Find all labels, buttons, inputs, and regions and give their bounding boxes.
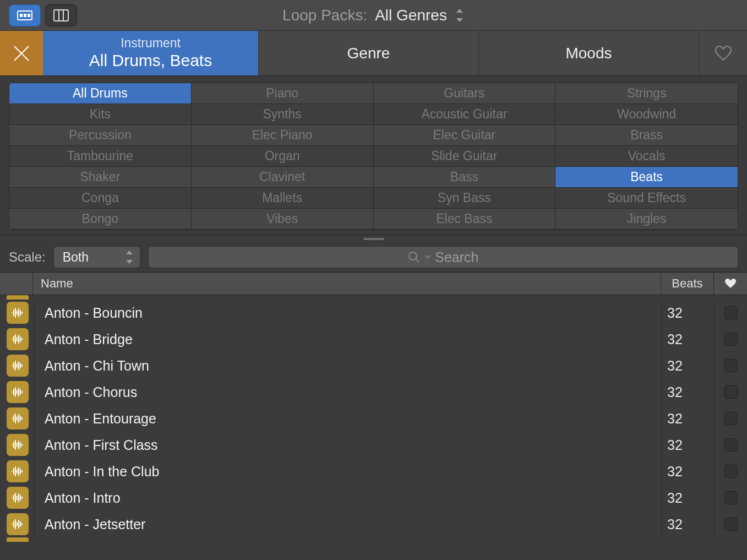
category-beats[interactable]: Beats: [555, 167, 738, 188]
favorite-toggle[interactable]: [714, 458, 747, 485]
category-jingles[interactable]: Jingles: [555, 209, 738, 230]
loop-beats: 32: [661, 485, 714, 511]
favorite-toggle[interactable]: [714, 405, 747, 432]
list-item[interactable]: Anton - Chorus32: [0, 379, 747, 405]
category-sound-effects[interactable]: Sound Effects: [555, 188, 738, 209]
loop-beats: 32: [661, 300, 714, 326]
category-strings[interactable]: Strings: [555, 83, 738, 104]
scale-dropdown[interactable]: Both: [53, 246, 140, 268]
list-item[interactable]: Anton - Chi Town32: [0, 352, 747, 379]
category-piano[interactable]: Piano: [192, 83, 374, 104]
search-input[interactable]: Search: [148, 246, 738, 268]
loop-beats: 32: [661, 405, 714, 432]
list-item[interactable]: Anton - First Class32: [0, 432, 747, 458]
tab-instrument[interactable]: Instrument All Drums, Beats: [43, 31, 259, 75]
loop-type-icon: [7, 434, 29, 456]
loop-beats: 32: [661, 458, 714, 485]
category-tambourine[interactable]: Tambourine: [9, 146, 192, 167]
category-conga[interactable]: Conga: [9, 188, 192, 209]
favorite-toggle[interactable]: [714, 511, 747, 537]
favorite-toggle[interactable]: [714, 326, 747, 352]
loop-beats: 32: [661, 379, 714, 405]
list-item[interactable]: Anton - Bridge32: [0, 326, 747, 352]
favorite-toggle[interactable]: [714, 300, 747, 326]
scale-label: Scale:: [9, 249, 46, 265]
loop-type-icon: [7, 460, 29, 482]
category-elec-bass[interactable]: Elec Bass: [374, 209, 556, 230]
loop-name: Anton - Bouncin: [34, 300, 661, 326]
favorite-toggle[interactable]: [714, 352, 747, 379]
favorite-toggle[interactable]: [714, 379, 747, 405]
svg-rect-4: [54, 10, 68, 21]
button-grid-view[interactable]: [9, 4, 41, 26]
loop-type-icon: [7, 355, 29, 377]
close-button[interactable]: [0, 31, 43, 75]
category-mallets[interactable]: Mallets: [192, 188, 374, 209]
chevron-down-icon: [425, 254, 430, 260]
loop-name: Anton - First Class: [34, 432, 661, 458]
loop-packs-dropdown[interactable]: All Genres: [375, 7, 465, 24]
category-acoustic-guitar[interactable]: Acoustic Guitar: [374, 104, 556, 125]
loop-name: Anton - Jetsetter: [34, 511, 661, 537]
search-placeholder: Search: [435, 249, 478, 265]
category-kits[interactable]: Kits: [9, 104, 192, 125]
loop-type-icon: [7, 537, 29, 542]
button-column-view[interactable]: [45, 4, 77, 26]
list-item[interactable]: Anton - Jetsetter32: [0, 511, 747, 537]
search-row: Scale: Both Search: [0, 242, 747, 272]
search-icon: [407, 251, 421, 264]
list-item[interactable]: Anton - Entourage32: [0, 405, 747, 432]
chevron-updown-icon: [124, 251, 134, 264]
favorite-toggle[interactable]: [714, 485, 747, 511]
category-all-drums[interactable]: All Drums: [9, 83, 192, 104]
category-vocals[interactable]: Vocals: [555, 146, 738, 167]
category-elec-piano[interactable]: Elec Piano: [192, 125, 374, 146]
loop-packs-selector: Loop Packs: All Genres: [0, 7, 747, 24]
list-item[interactable]: Anton - Bouncin32: [0, 300, 747, 326]
category-clavinet[interactable]: Clavinet: [192, 167, 374, 188]
category-bass[interactable]: Bass: [374, 167, 556, 188]
list-item[interactable]: Anton - In the Club32: [0, 458, 747, 485]
svg-rect-2: [24, 14, 26, 17]
list-item[interactable]: Anton - Intro32: [0, 485, 747, 511]
loop-type-icon: [7, 295, 29, 300]
loop-name: Anton - Entourage: [34, 405, 661, 432]
loop-type-icon: [7, 328, 29, 350]
category-syn-bass[interactable]: Syn Bass: [374, 188, 556, 209]
column-header-favorite[interactable]: [714, 273, 747, 295]
column-header-name[interactable]: Name: [33, 273, 661, 295]
tab-genre[interactable]: Genre: [259, 31, 479, 75]
category-organ[interactable]: Organ: [192, 146, 374, 167]
category-brass[interactable]: Brass: [555, 125, 738, 146]
category-percussion[interactable]: Percussion: [9, 125, 192, 146]
category-slide-guitar[interactable]: Slide Guitar: [374, 146, 556, 167]
column-header-beats[interactable]: Beats: [661, 273, 714, 295]
filter-tabs: Instrument All Drums, Beats Genre Moods: [0, 31, 747, 76]
favorite-toggle[interactable]: [714, 432, 747, 458]
top-bar: Loop Packs: All Genres: [0, 0, 747, 31]
loop-list[interactable]: Anton - Bouncin32Anton - Bridge32Anton -…: [0, 295, 747, 542]
category-guitars[interactable]: Guitars: [374, 83, 556, 104]
checkbox-icon: [724, 465, 738, 478]
pane-resize-handle[interactable]: [0, 235, 747, 242]
loop-name: Anton - Intro: [34, 485, 661, 511]
loop-beats: 32: [661, 352, 714, 379]
category-vibes[interactable]: Vibes: [192, 209, 374, 230]
tab-favorites[interactable]: [699, 31, 747, 75]
checkbox-icon: [724, 491, 738, 504]
category-bongo[interactable]: Bongo: [9, 209, 192, 230]
loop-type-icon: [7, 407, 29, 429]
loop-type-icon: [7, 381, 29, 403]
checkbox-icon: [724, 518, 738, 531]
tab-moods[interactable]: Moods: [479, 31, 699, 75]
tab-instrument-value: All Drums, Beats: [89, 51, 212, 70]
tab-instrument-label: Instrument: [121, 36, 181, 51]
heart-outline-icon: [715, 45, 732, 62]
category-elec-guitar[interactable]: Elec Guitar: [374, 125, 556, 146]
svg-rect-1: [20, 14, 23, 17]
category-woodwind[interactable]: Woodwind: [555, 104, 738, 125]
list-item-partial: [0, 537, 747, 542]
checkbox-icon: [724, 359, 738, 372]
category-shaker[interactable]: Shaker: [9, 167, 192, 188]
category-synths[interactable]: Synths: [192, 104, 374, 125]
